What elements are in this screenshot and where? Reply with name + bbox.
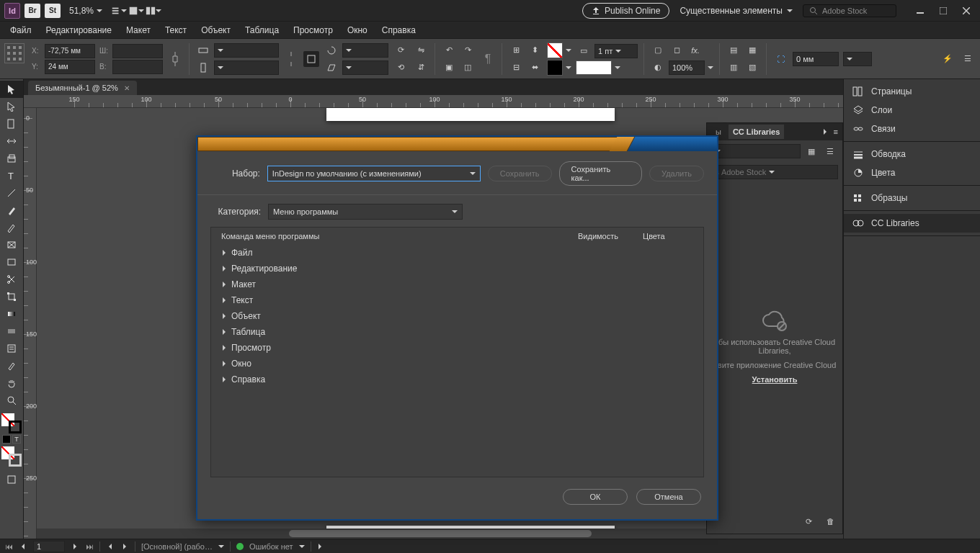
table-row[interactable]: Текст — [211, 292, 703, 308]
x-input[interactable]: -72,75 мм — [45, 44, 95, 58]
stroke-weight-input[interactable]: 1 пт — [594, 44, 638, 58]
rotate-container-icon[interactable] — [303, 51, 319, 67]
set-dropdown[interactable]: InDesign по умолчанию (с изменениями) — [267, 166, 481, 181]
table-row[interactable]: Просмотр — [211, 340, 703, 356]
workspace-switcher[interactable]: Существенные элементы — [674, 4, 798, 18]
menu-view[interactable]: Просмотр — [286, 22, 340, 38]
paragraph-icon[interactable]: ¶ — [480, 51, 496, 67]
rectangle-tool[interactable] — [0, 253, 23, 271]
category-dropdown[interactable]: Меню программы — [268, 204, 463, 220]
screen-mode-icon[interactable] — [128, 3, 144, 19]
prev-page-icon[interactable] — [19, 542, 27, 551]
scrollbar-thumb[interactable] — [289, 530, 592, 537]
first-page-icon[interactable]: ⏮ — [4, 542, 13, 551]
menu-help[interactable]: Справка — [375, 22, 423, 38]
fx-option-1-icon[interactable]: ▢ — [650, 42, 666, 58]
chevron-down-icon[interactable] — [218, 542, 224, 551]
panel-links[interactable]: Связи — [844, 120, 980, 138]
scale-x-icon[interactable] — [195, 42, 211, 58]
table-row[interactable]: Редактирование — [211, 261, 703, 276]
master-page-label[interactable]: [Основной] (рабо… — [141, 542, 213, 551]
flip-horizontal-icon[interactable]: ⇋ — [413, 42, 429, 58]
close-tab-icon[interactable]: ✕ — [124, 84, 130, 92]
default-fill-stroke[interactable] — [1, 446, 22, 467]
rotate-90-ccw-icon[interactable]: ⟲ — [393, 60, 409, 76]
select-content-icon[interactable]: ◫ — [460, 60, 476, 76]
table-row[interactable]: Файл — [211, 245, 703, 261]
undo-icon[interactable]: ↶ — [441, 42, 457, 58]
shear-input[interactable] — [342, 60, 388, 75]
align-icon-1[interactable]: ⊞ — [508, 42, 524, 58]
corner-size-input[interactable]: 0 мм — [793, 52, 839, 66]
fill-swatch-none[interactable] — [547, 42, 563, 58]
chevron-down-icon[interactable] — [566, 46, 571, 55]
menu-file[interactable]: Файл — [3, 22, 39, 38]
chevron-down-icon[interactable] — [708, 63, 713, 72]
line-tool[interactable] — [0, 184, 23, 202]
rotate-90-cw-icon[interactable]: ⟳ — [393, 42, 409, 58]
menu-layout[interactable]: Макет — [119, 22, 158, 38]
stock-button[interactable]: St — [45, 4, 61, 18]
scale-x-input[interactable] — [214, 43, 279, 58]
content-collector-tool[interactable] — [0, 150, 23, 167]
view-options-icon[interactable] — [111, 3, 127, 19]
zoom-tool[interactable] — [0, 392, 23, 409]
menu-object[interactable]: Объект — [194, 22, 238, 38]
note-tool[interactable] — [0, 340, 23, 357]
constrain-proportions-icon[interactable] — [167, 51, 183, 67]
hand-tool[interactable] — [0, 374, 23, 392]
corner-options-icon[interactable]: ⛶ — [772, 51, 788, 67]
free-transform-tool[interactable] — [0, 288, 23, 305]
stroke-style-swatch[interactable] — [576, 60, 612, 75]
fx-icon[interactable]: fx. — [687, 42, 703, 58]
expand-icon[interactable] — [221, 249, 227, 257]
y-input[interactable]: 24 мм — [45, 60, 95, 74]
align-icon-2[interactable]: ⬍ — [527, 42, 543, 58]
control-menu-icon[interactable]: ☰ — [960, 51, 976, 67]
gradient-swatch-tool[interactable] — [0, 305, 23, 323]
fill-stroke-proxy[interactable] — [1, 413, 22, 433]
opacity-input[interactable]: 100% — [669, 60, 705, 75]
quick-apply-icon[interactable]: ⚡ — [940, 51, 956, 67]
preflight-status[interactable]: Ошибок нет — [249, 542, 293, 551]
window-minimize[interactable] — [911, 4, 930, 18]
panel-swatches[interactable]: Образцы — [844, 189, 980, 207]
cc-install-link[interactable]: Установить — [752, 375, 798, 384]
pencil-tool[interactable] — [0, 219, 23, 236]
table-row[interactable]: Объект — [211, 308, 703, 324]
ruler-horizontal[interactable]: 15010050050100150200250300350 — [24, 95, 843, 108]
shear-icon[interactable] — [324, 60, 339, 76]
stroke-swatch-black[interactable] — [547, 60, 563, 76]
view-mode-button[interactable] — [0, 471, 23, 488]
publish-online-button[interactable]: Publish Online — [582, 3, 669, 19]
scale-y-icon[interactable] — [195, 60, 211, 76]
expand-icon[interactable] — [221, 344, 227, 352]
zoom-level-dropdown[interactable]: 51,8% — [69, 6, 102, 16]
panel-stroke[interactable]: Обводка — [844, 145, 980, 163]
text-wrap-jump-icon[interactable]: ▥ — [726, 60, 741, 76]
expand-icon[interactable] — [221, 281, 227, 289]
corner-shape-input[interactable] — [843, 52, 872, 66]
cc-sync-icon[interactable]: ⟳ — [801, 513, 816, 529]
dialog-titlebar[interactable] — [197, 137, 717, 151]
expand-icon[interactable] — [221, 313, 227, 320]
rotate-input[interactable] — [342, 43, 388, 58]
table-row[interactable]: Таблица — [211, 324, 703, 340]
document-tab[interactable]: Безымянный-1 @ 52% ✕ — [28, 81, 137, 95]
collapse-icon[interactable] — [822, 127, 828, 136]
direct-selection-tool[interactable] — [0, 98, 23, 115]
color-apply-row[interactable]: T — [2, 435, 21, 444]
h-input[interactable] — [112, 60, 163, 74]
menu-edit[interactable]: Редактирование — [39, 22, 119, 38]
text-wrap-next-icon[interactable]: ▧ — [744, 60, 760, 76]
chevron-down-icon[interactable] — [299, 542, 305, 551]
panel-layers[interactable]: Слои — [844, 101, 980, 120]
window-close[interactable] — [957, 4, 976, 18]
ruler-vertical[interactable]: 050100150200250 — [24, 108, 37, 539]
align-icon-3[interactable]: ⊟ — [508, 60, 524, 76]
w-input[interactable] — [112, 44, 163, 58]
panel-cc-libraries[interactable]: CC Libraries — [844, 214, 980, 233]
constrain-scale-icon[interactable] — [283, 51, 299, 67]
adobe-stock-search[interactable]: Adobe Stock — [803, 4, 896, 17]
text-wrap-around-icon[interactable]: ▦ — [744, 42, 760, 58]
